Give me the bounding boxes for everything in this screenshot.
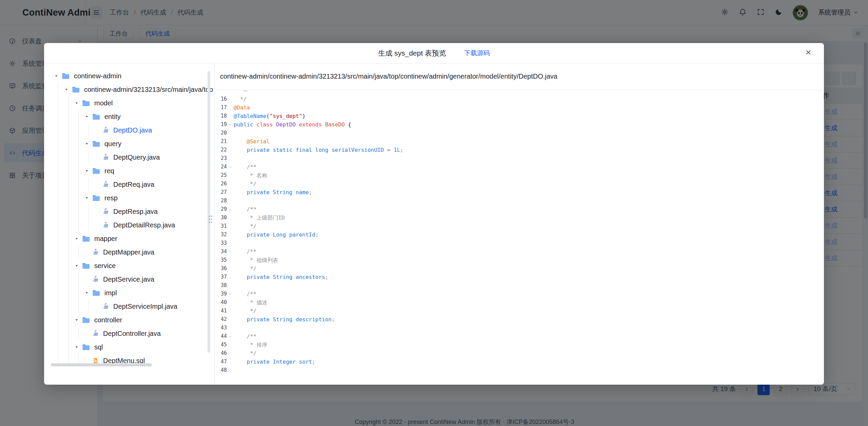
fold-toggle-icon[interactable] <box>227 163 234 171</box>
tree-node-deptdetailresp-java[interactable]: DeptDetailResp.java <box>44 218 214 232</box>
tree-node-label: controller <box>94 316 122 324</box>
panel-resize-handle[interactable] <box>208 214 213 224</box>
tree-node-entity[interactable]: entity <box>44 110 214 123</box>
fold-gutter <box>227 230 234 239</box>
fold-gutter <box>227 298 234 307</box>
line-number: 30 <box>215 214 227 222</box>
code-line: 35 * 祖级列表 <box>215 256 824 264</box>
java-file-icon <box>102 181 109 188</box>
tree-indent-guide <box>54 150 64 164</box>
tree-indent-guide <box>54 259 64 272</box>
tree-indent-guide <box>54 313 64 327</box>
tree-node-model[interactable]: model <box>44 96 214 110</box>
tree-node-label: DeptResp.java <box>113 208 158 216</box>
tree-node-resp[interactable]: resp <box>44 191 214 205</box>
tree-node-deptmapper-java[interactable]: DeptMapper.java <box>44 245 214 259</box>
tree-indent-guide <box>64 286 75 300</box>
tree-caret-icon[interactable] <box>75 264 79 268</box>
line-number: 21 <box>215 137 227 146</box>
tree-caret-icon[interactable] <box>85 115 89 119</box>
tree-indent-guide <box>64 232 75 245</box>
download-source-label: 下载源码 <box>464 49 490 58</box>
fold-toggle-icon[interactable] <box>227 205 234 214</box>
line-number: 25 <box>215 171 227 180</box>
code-line: 43 <box>215 324 824 332</box>
close-modal-button[interactable]: × <box>802 46 815 59</box>
tree-indent-guide <box>75 205 85 218</box>
tree-indent-guide <box>64 150 75 164</box>
tree-indent-guide <box>64 178 75 191</box>
line-number: 31 <box>215 222 227 230</box>
java-file-icon <box>102 303 109 310</box>
tree-node-deptreq-java[interactable]: DeptReq.java <box>44 178 214 191</box>
tree-caret-icon[interactable] <box>64 87 68 92</box>
tree-caret-icon[interactable] <box>75 237 79 241</box>
fold-gutter <box>227 146 234 154</box>
fold-gutter <box>227 324 234 332</box>
tree-indent-guide <box>75 123 85 137</box>
tree-node-deptdo-java[interactable]: DeptDO.java <box>44 123 214 137</box>
tree-node-label: resp <box>104 194 118 202</box>
line-number: 34 <box>215 247 227 256</box>
tree-node-label: mapper <box>94 235 117 243</box>
download-source-link[interactable]: 下载源码 <box>455 49 490 58</box>
tree-node-query[interactable]: query <box>44 137 214 150</box>
tree-node-deptresp-java[interactable]: DeptResp.java <box>44 205 214 218</box>
tree-indent-guide <box>54 327 64 340</box>
folder-icon <box>72 86 80 93</box>
tree-indent-guide <box>75 110 85 123</box>
fold-toggle-icon[interactable] <box>227 247 234 256</box>
line-number: 23 <box>215 154 227 163</box>
fold-gutter <box>227 103 234 112</box>
tree-node-deptquery-java[interactable]: DeptQuery.java <box>44 150 214 164</box>
tree-node-service[interactable]: service <box>44 259 214 272</box>
tree-vertical-scrollbar[interactable] <box>208 71 210 352</box>
tree-node-continew-admin-3213213-src-main-java-top[interactable]: continew-admin/3213213/src/main/java/top <box>44 83 214 96</box>
modal-header: 生成 sys_dept 表预览 下载源码 × <box>44 43 824 63</box>
tree-node-mapper[interactable]: mapper <box>44 232 214 245</box>
tree-node-deptserviceimpl-java[interactable]: DeptServiceImpl.java <box>44 300 214 313</box>
folder-icon <box>62 73 70 80</box>
tree-caret-icon[interactable] <box>75 345 79 349</box>
tree-node-label: impl <box>104 289 117 297</box>
fold-toggle-icon[interactable] <box>227 332 234 341</box>
code-preview-panel: continew-admin/continew-admin/3213213/sr… <box>214 63 824 385</box>
tree-caret-icon[interactable] <box>54 74 58 78</box>
tree-indent-guide <box>54 123 64 137</box>
tree-caret-icon[interactable] <box>85 196 89 200</box>
fold-gutter <box>227 264 234 273</box>
code-line: 25 * 名称 <box>215 171 824 180</box>
tree-indent-guide <box>54 245 64 259</box>
tree-indent-guide <box>75 150 85 164</box>
fold-gutter <box>227 315 234 324</box>
tree-node-continew-admin[interactable]: continew-admin <box>44 69 214 83</box>
tree-caret-icon[interactable] <box>85 142 89 146</box>
tree-node-label: DeptController.java <box>103 330 161 338</box>
line-number: 40 <box>215 298 227 307</box>
folder-icon <box>82 100 90 107</box>
tree-horizontal-scrollbar[interactable] <box>51 363 152 366</box>
app-window: ContiNew Admin 工作台/代码生成/代码生成 系统管理员 仪表盘 系… <box>0 0 868 426</box>
code-viewport[interactable]: ~ 16 */ 17 @Data 18 @TableName("sys_dept… <box>215 90 824 385</box>
tree-node-req[interactable]: req <box>44 164 214 178</box>
fold-gutter <box>227 95 234 103</box>
folder-icon <box>92 289 100 297</box>
tree-caret-icon[interactable] <box>75 318 79 322</box>
tree-node-deptservice-java[interactable]: DeptService.java <box>44 272 214 286</box>
fold-toggle-icon[interactable] <box>227 120 234 129</box>
tree-node-deptcontroller-java[interactable]: DeptController.java <box>44 327 214 340</box>
line-number: 43 <box>215 324 227 332</box>
tree-caret-icon[interactable] <box>85 291 89 295</box>
fold-toggle-icon[interactable] <box>227 290 234 298</box>
line-number: 24 <box>215 163 227 171</box>
tree-node-controller[interactable]: controller <box>44 313 214 327</box>
tree-caret-icon[interactable] <box>85 169 89 173</box>
tree-indent-guide <box>64 205 75 218</box>
java-file-icon <box>92 248 99 256</box>
tree-node-impl[interactable]: impl <box>44 286 214 300</box>
tree-caret-icon[interactable] <box>75 101 79 105</box>
line-number: 22 <box>215 146 227 154</box>
tree-node-sql[interactable]: sql <box>44 340 214 354</box>
code-line: 23 <box>215 154 824 163</box>
code-line: 34 /** <box>215 247 824 256</box>
